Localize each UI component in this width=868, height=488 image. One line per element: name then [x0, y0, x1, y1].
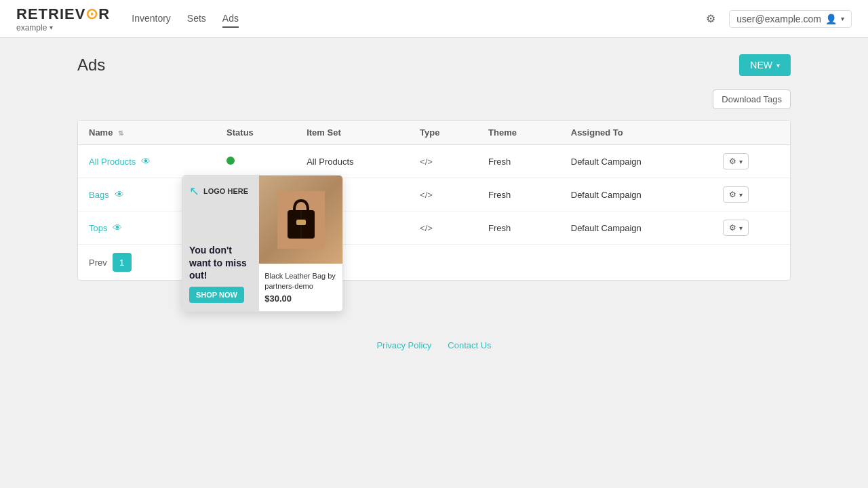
user-icon: 👤: [825, 14, 837, 24]
action-caret-2: ▾: [739, 224, 743, 232]
user-email: user@example.com: [736, 14, 821, 24]
cell-theme-2: Fresh: [477, 211, 560, 245]
privacy-policy-link[interactable]: Privacy Policy: [376, 340, 431, 350]
new-button[interactable]: NEW ▾: [739, 54, 791, 76]
logo-area: RETRIEV⊙R example ▾: [16, 5, 110, 33]
ad-content: You don't want to miss out! SHOP NOW: [189, 244, 252, 303]
cell-action-2: ⚙ ▾: [712, 211, 790, 245]
ad-product-price: $30.00: [264, 293, 337, 304]
action-gear-icon-0: ⚙: [729, 157, 736, 166]
ad-product-name: Black Leather Bag by partners-demo: [264, 271, 337, 291]
download-tags-area: Download Tags: [77, 89, 791, 109]
action-caret-0: ▾: [739, 158, 743, 165]
page-1-button[interactable]: 1: [113, 253, 132, 272]
page-header: Ads NEW ▾: [77, 54, 791, 76]
col-status: Status: [216, 121, 296, 145]
header-right: ⚙ user@example.com 👤 ▾: [703, 9, 852, 28]
account-dropdown-icon: ▾: [50, 24, 53, 31]
footer: Privacy Policy Contact Us: [0, 324, 868, 367]
contact-us-link[interactable]: Contact Us: [448, 340, 491, 350]
account-name-text: example: [16, 23, 47, 33]
ad-right-panel: Black Leather Bag by partners-demo $30.0…: [259, 176, 342, 311]
user-menu[interactable]: user@example.com 👤 ▾: [729, 10, 852, 28]
ad-logo-text: LOGO HERE: [203, 187, 248, 195]
settings-button[interactable]: ⚙: [703, 9, 718, 28]
ad-name-link-2[interactable]: Tops: [89, 223, 107, 233]
ad-logo-icon: ↖: [189, 184, 199, 199]
cell-action-1: ⚙ ▾: [712, 178, 790, 211]
cell-item-set-0: All Products: [296, 145, 409, 178]
action-gear-icon-2: ⚙: [729, 223, 736, 232]
account-name[interactable]: example ▾: [16, 23, 110, 33]
nav-ads[interactable]: Ads: [222, 10, 239, 28]
cell-name-0: All Products 👁: [78, 145, 216, 178]
col-name: Name ⇅: [78, 121, 216, 145]
ad-preview-card[interactable]: ↖ LOGO HERE You don't want to miss out! …: [182, 175, 343, 312]
svg-rect-3: [296, 220, 306, 225]
cell-status-0: [216, 145, 296, 178]
col-item-set: Item Set: [296, 121, 409, 145]
col-actions: [712, 121, 790, 145]
col-assigned-to: Assigned To: [560, 121, 712, 145]
action-gear-icon-1: ⚙: [729, 190, 736, 199]
main-nav: Inventory Sets Ads: [132, 10, 703, 28]
ad-left-panel: ↖ LOGO HERE You don't want to miss out! …: [182, 176, 259, 311]
ad-name-link-1[interactable]: Bags: [89, 190, 109, 200]
action-caret-1: ▾: [739, 191, 743, 199]
cell-theme-0: Fresh: [477, 145, 560, 178]
ad-logo-area: ↖ LOGO HERE: [189, 184, 252, 199]
page-title: Ads: [77, 56, 105, 75]
ad-preview-inner: ↖ LOGO HERE You don't want to miss out! …: [182, 176, 342, 311]
nav-sets[interactable]: Sets: [187, 10, 206, 28]
logo-accent: ⊙: [85, 5, 98, 22]
cell-assigned-0: Default Campaign: [560, 145, 712, 178]
logo: RETRIEV⊙R: [16, 5, 110, 23]
preview-eye-icon-1[interactable]: 👁: [115, 189, 124, 200]
ad-product-info: Black Leather Bag by partners-demo $30.0…: [259, 264, 342, 311]
cell-theme-1: Fresh: [477, 178, 560, 211]
action-button-2[interactable]: ⚙ ▾: [723, 220, 749, 236]
user-dropdown-icon: ▾: [841, 15, 844, 22]
ad-headline: You don't want to miss out!: [189, 244, 252, 281]
ad-product-image: [259, 176, 342, 264]
new-button-caret: ▾: [776, 62, 780, 69]
ad-name-link-0[interactable]: All Products: [89, 157, 136, 167]
download-tags-button[interactable]: Download Tags: [713, 89, 791, 109]
col-type: Type: [409, 121, 477, 145]
new-button-label: NEW: [750, 60, 772, 70]
bag-illustration: [277, 191, 325, 249]
code-icon-1: </>: [420, 190, 433, 200]
action-button-1[interactable]: ⚙ ▾: [723, 186, 749, 203]
prev-page-button[interactable]: Prev: [89, 258, 107, 268]
status-active-dot: [226, 157, 235, 165]
action-button-0[interactable]: ⚙ ▾: [723, 153, 749, 169]
cell-action-0: ⚙ ▾: [712, 145, 790, 178]
sort-icon-name[interactable]: ⇅: [118, 129, 123, 137]
cell-type-1: </>: [409, 178, 477, 211]
code-icon-0: </>: [420, 157, 433, 167]
nav-inventory[interactable]: Inventory: [132, 10, 171, 28]
preview-eye-icon-0[interactable]: 👁: [141, 156, 151, 167]
cell-assigned-2: Default Campaign: [560, 211, 712, 245]
code-icon-2: </>: [420, 223, 433, 233]
table-header-row: Name ⇅ Status Item Set Type Theme Assign…: [78, 121, 790, 145]
cell-assigned-1: Default Campaign: [560, 178, 712, 211]
preview-eye-icon-2[interactable]: 👁: [113, 222, 122, 233]
cell-type-2: </>: [409, 211, 477, 245]
table-row: All Products 👁 All Products </> Fresh De…: [78, 145, 790, 178]
col-theme: Theme: [477, 121, 560, 145]
ad-shop-button[interactable]: SHOP NOW: [189, 287, 244, 303]
main-content: Ads NEW ▾ Download Tags Name ⇅ Status It…: [61, 38, 807, 297]
header: RETRIEV⊙R example ▾ Inventory Sets Ads ⚙…: [0, 0, 868, 38]
cell-type-0: </>: [409, 145, 477, 178]
